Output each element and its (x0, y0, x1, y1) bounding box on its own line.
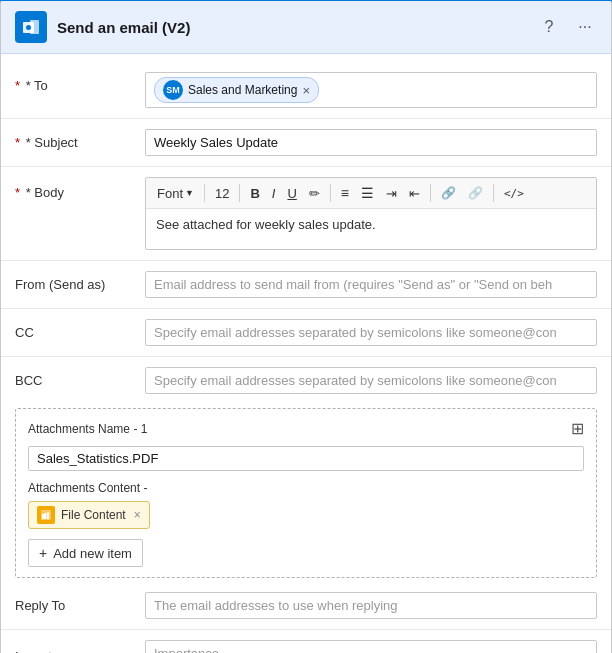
tag-name: Sales and Marketing (188, 83, 297, 97)
divider-4 (1, 308, 611, 309)
bcc-field-row: BCC (1, 361, 611, 400)
attachment-name-input[interactable] (28, 446, 584, 471)
more-icon: ··· (578, 18, 591, 36)
to-tag-input[interactable]: SM Sales and Marketing × (145, 72, 597, 108)
body-editor: Font ▼ 12 B I (145, 177, 597, 250)
toolbar-sep-2 (239, 184, 240, 202)
toolbar-sep-1 (204, 184, 205, 202)
indent-button[interactable]: ⇥ (381, 183, 402, 204)
unlink-button[interactable]: 🔗 (463, 183, 488, 203)
to-field-content[interactable]: SM Sales and Marketing × (145, 72, 597, 108)
reply-to-label: Reply To (15, 592, 145, 613)
header-left: Send an email (V2) (15, 11, 190, 43)
outdent-icon: ⇤ (409, 186, 420, 201)
cc-label: CC (15, 319, 145, 340)
attachments-box: Attachments Name - 1 ⊞ Attachments Conte… (15, 408, 597, 578)
italic-icon: I (272, 186, 276, 201)
header-actions: ? ··· (537, 15, 597, 39)
attachments-name-label: Attachments Name - 1 (28, 422, 147, 436)
from-label: From (Send as) (15, 271, 145, 292)
file-tag-close-button[interactable]: × (134, 508, 141, 522)
file-tag: File Content × (28, 501, 150, 529)
font-chevron-icon: ▼ (185, 188, 194, 198)
subject-required: * (15, 135, 20, 150)
italic-button[interactable]: I (267, 183, 281, 204)
bcc-field-content (145, 367, 597, 394)
body-label: * * Body (15, 177, 145, 200)
editor-toolbar: Font ▼ 12 B I (146, 178, 596, 209)
cc-input[interactable] (145, 319, 597, 346)
subject-label: * * Subject (15, 129, 145, 150)
file-tag-label: File Content (61, 508, 126, 522)
add-new-label: Add new item (53, 546, 132, 561)
card-body: * * To SM Sales and Marketing × * * Subj… (1, 54, 611, 653)
subject-field-content (145, 129, 597, 156)
svg-point-2 (26, 25, 31, 30)
code-button[interactable]: </> (499, 184, 529, 203)
toolbar-sep-3 (330, 184, 331, 202)
pencil-button[interactable]: ✏ (304, 183, 325, 204)
importance-wrapper: Importance Low Normal High ⌄ (145, 640, 597, 653)
from-field-content (145, 271, 597, 298)
ordered-list-icon: ☰ (361, 185, 374, 201)
body-required: * (15, 185, 20, 200)
font-label: Font (157, 186, 183, 201)
help-icon: ? (545, 18, 554, 36)
editor-content[interactable]: See attached for weekly sales update. (146, 209, 596, 249)
bold-button[interactable]: B (245, 183, 264, 204)
toolbar-sep-4 (430, 184, 431, 202)
tag-avatar: SM (163, 80, 183, 100)
underline-button[interactable]: U (282, 183, 301, 204)
link-icon: 🔗 (441, 186, 456, 200)
file-icon (37, 506, 55, 524)
divider-1 (1, 118, 611, 119)
attachments-header: Attachments Name - 1 ⊞ (28, 419, 584, 438)
subject-input[interactable] (145, 129, 597, 156)
to-tag: SM Sales and Marketing × (154, 77, 319, 103)
svg-rect-6 (45, 513, 47, 519)
help-button[interactable]: ? (537, 15, 561, 39)
importance-field-row: Importance Importance Low Normal High ⌄ (1, 634, 611, 653)
subject-field-row: * * Subject (1, 123, 611, 162)
reply-to-field-row: Reply To (1, 586, 611, 625)
importance-label: Importance (15, 643, 145, 653)
link-button[interactable]: 🔗 (436, 183, 461, 203)
tag-close-button[interactable]: × (302, 84, 310, 97)
cc-field-row: CC (1, 313, 611, 352)
svg-rect-1 (30, 20, 39, 34)
from-field-row: From (Send as) (1, 265, 611, 304)
body-text: See attached for weekly sales update. (156, 217, 376, 232)
outlook-icon (15, 11, 47, 43)
more-button[interactable]: ··· (573, 15, 597, 39)
bcc-label: BCC (15, 367, 145, 388)
importance-select[interactable]: Importance Low Normal High (145, 640, 597, 653)
outdent-button[interactable]: ⇤ (404, 183, 425, 204)
ordered-list-button[interactable]: ☰ (356, 182, 379, 204)
code-icon: </> (504, 187, 524, 200)
reply-to-field-content (145, 592, 597, 619)
to-field-row: * * To SM Sales and Marketing × (1, 66, 611, 114)
from-input[interactable] (145, 271, 597, 298)
bcc-input[interactable] (145, 367, 597, 394)
font-dropdown-button[interactable]: Font ▼ (152, 183, 199, 204)
reply-to-input[interactable] (145, 592, 597, 619)
divider-2 (1, 166, 611, 167)
divider-5 (1, 356, 611, 357)
unordered-list-button[interactable]: ≡ (336, 182, 354, 204)
indent-icon: ⇥ (386, 186, 397, 201)
card-header: Send an email (V2) ? ··· (1, 1, 611, 54)
email-card: ▼ Send an email (V2) ? ··· (0, 0, 612, 653)
body-field-row: * * Body Font ▼ 12 (1, 171, 611, 256)
attach-content-area: File Content × (28, 501, 584, 529)
divider-3 (1, 260, 611, 261)
add-new-button[interactable]: + Add new item (28, 539, 143, 567)
font-size-button[interactable]: 12 (210, 183, 234, 204)
header-title: Send an email (V2) (57, 19, 190, 36)
attach-content-label: Attachments Content - (28, 481, 584, 495)
plus-icon: + (39, 545, 47, 561)
bold-icon: B (250, 186, 259, 201)
attach-table-icon[interactable]: ⊞ (571, 419, 584, 438)
underline-icon: U (287, 186, 296, 201)
toolbar-sep-5 (493, 184, 494, 202)
unlink-icon: 🔗 (468, 186, 483, 200)
